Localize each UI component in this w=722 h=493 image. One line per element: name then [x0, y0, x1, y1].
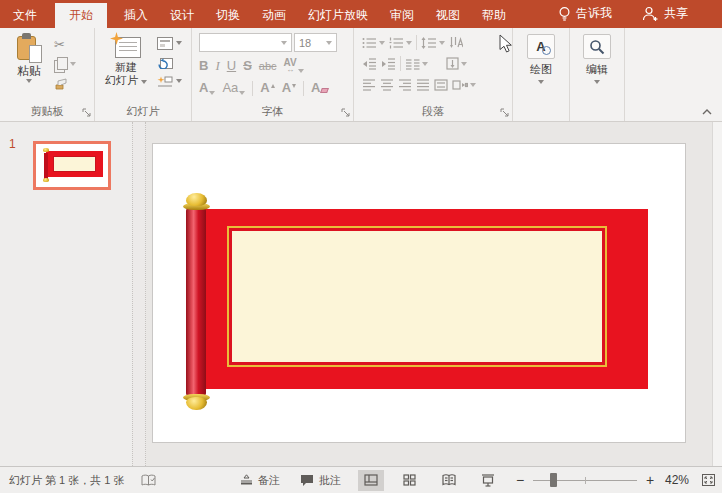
- font-name-combobox[interactable]: [199, 33, 292, 52]
- slide-thumbnail-panel: 1: [0, 122, 132, 466]
- slide[interactable]: [152, 143, 686, 443]
- shrink-font-arrow-icon: [292, 84, 296, 88]
- collapse-ribbon-button[interactable]: [702, 109, 712, 115]
- italic-button[interactable]: I: [215, 59, 219, 73]
- italic-icon: I: [215, 59, 219, 73]
- tab-home[interactable]: 开始: [55, 3, 107, 28]
- section-button[interactable]: [157, 74, 182, 88]
- reading-view-button[interactable]: [436, 470, 462, 491]
- divider: [416, 35, 417, 50]
- scroll-roller[interactable]: [186, 208, 206, 396]
- powerpoint-window: 文件 开始 插入 设计 切换 动画 幻灯片放映 审阅 视图 帮助 告诉我: [0, 0, 722, 493]
- shrink-font-button[interactable]: A: [282, 81, 296, 95]
- format-painter-button[interactable]: [54, 77, 76, 91]
- tab-design[interactable]: 设计: [159, 3, 205, 28]
- new-slide-icon: [111, 33, 141, 58]
- cut-button[interactable]: ✂: [54, 37, 76, 51]
- font-dialog-launcher[interactable]: [341, 108, 351, 118]
- justify-button[interactable]: [416, 79, 430, 91]
- tab-view[interactable]: 视图: [425, 3, 471, 28]
- underline-icon: U: [227, 59, 236, 73]
- notes-toggle[interactable]: 备注: [240, 473, 280, 488]
- notes-label: 备注: [258, 473, 280, 488]
- align-left-button[interactable]: [362, 79, 376, 91]
- lightbulb-icon: [558, 6, 571, 22]
- font-color-button[interactable]: A: [199, 81, 215, 95]
- tab-help[interactable]: 帮助: [471, 3, 517, 28]
- align-center-icon: [380, 79, 394, 91]
- group-font: 18 B I U S abc AV ↔: [192, 28, 354, 121]
- paragraph-dialog-launcher[interactable]: [500, 108, 510, 118]
- strikethrough-button[interactable]: abc: [259, 59, 277, 73]
- spell-check-icon[interactable]: [141, 474, 157, 487]
- person-add-icon: [642, 6, 659, 21]
- editing-button[interactable]: 编辑: [570, 28, 624, 121]
- tell-me-button[interactable]: 告诉我: [558, 5, 612, 22]
- new-slide-label-line2-wrap: 幻灯片: [105, 74, 147, 87]
- format-painter-icon: [54, 78, 68, 91]
- vertical-scrollbar[interactable]: [712, 122, 722, 466]
- char-spacing-button[interactable]: AV ↔: [284, 59, 304, 73]
- distribute-columns-icon: [434, 79, 448, 91]
- normal-view-button[interactable]: [358, 470, 384, 491]
- clear-formatting-button[interactable]: A: [311, 81, 328, 95]
- layout-button[interactable]: [157, 36, 182, 50]
- zoom-slider-thumb[interactable]: [550, 473, 557, 487]
- scroll-roller-cap-bottom: [183, 394, 210, 410]
- tab-review[interactable]: 审阅: [379, 3, 425, 28]
- group-drawing: A 绘图: [513, 28, 570, 121]
- columns-button[interactable]: [405, 58, 428, 70]
- text-direction-button[interactable]: [449, 36, 463, 49]
- align-right-button[interactable]: [398, 79, 412, 91]
- change-case-button[interactable]: Aa: [222, 81, 245, 95]
- clipboard-dialog-launcher[interactable]: [82, 108, 92, 118]
- align-text-icon: [446, 57, 459, 70]
- tab-slideshow[interactable]: 幻灯片放映: [297, 3, 379, 28]
- scroll-inner-panel[interactable]: [229, 228, 605, 365]
- copy-dropdown-icon: [70, 62, 76, 66]
- drawing-button[interactable]: A 绘图: [513, 28, 569, 121]
- underline-button[interactable]: U: [227, 59, 236, 73]
- tab-transitions[interactable]: 切换: [205, 3, 251, 28]
- slide-thumbnail[interactable]: [33, 141, 111, 190]
- panel-splitter[interactable]: [132, 122, 146, 466]
- slideshow-view-button[interactable]: [475, 470, 501, 491]
- bold-button[interactable]: B: [199, 59, 208, 73]
- notes-icon: [240, 474, 253, 486]
- paste-button[interactable]: 粘贴: [9, 33, 49, 91]
- line-spacing-button[interactable]: [421, 37, 445, 49]
- new-slide-button[interactable]: 新建 幻灯片: [102, 33, 150, 88]
- comments-toggle[interactable]: 批注: [300, 473, 341, 488]
- font-size-combobox[interactable]: 18: [294, 33, 337, 52]
- slide-sorter-view-button[interactable]: [397, 470, 423, 491]
- editing-icon: [583, 34, 611, 59]
- increase-indent-button[interactable]: [381, 58, 396, 70]
- zoom-out-button[interactable]: −: [514, 472, 526, 488]
- comment-icon: [300, 474, 314, 487]
- convert-smartart-button[interactable]: [452, 79, 476, 91]
- text-shadow-button[interactable]: S: [243, 59, 252, 73]
- reset-button[interactable]: [157, 55, 182, 69]
- tab-animations[interactable]: 动画: [251, 3, 297, 28]
- align-text-button[interactable]: [446, 57, 467, 70]
- zoom-slider[interactable]: [533, 473, 637, 487]
- decrease-indent-button[interactable]: [362, 58, 377, 70]
- align-center-button[interactable]: [380, 79, 394, 91]
- group-paragraph: 段落: [354, 28, 513, 121]
- zoom-in-button[interactable]: +: [644, 472, 656, 488]
- tab-file[interactable]: 文件: [1, 3, 49, 28]
- grow-font-button[interactable]: A: [260, 81, 274, 95]
- smartart-dropdown-icon: [470, 83, 476, 87]
- distribute-columns-button[interactable]: [434, 79, 448, 91]
- change-case-icon: Aa: [222, 81, 238, 95]
- fit-slide-to-window-button[interactable]: [701, 473, 716, 487]
- new-slide-dropdown-icon: [141, 80, 147, 84]
- smartart-icon: [452, 79, 468, 91]
- layout-icon: [157, 37, 173, 50]
- tab-insert[interactable]: 插入: [113, 3, 159, 28]
- zoom-percentage[interactable]: 42%: [665, 473, 689, 487]
- share-button[interactable]: 共享: [642, 5, 688, 22]
- numbering-button[interactable]: [389, 37, 412, 49]
- bullets-button[interactable]: [362, 37, 385, 49]
- copy-button[interactable]: [54, 57, 76, 71]
